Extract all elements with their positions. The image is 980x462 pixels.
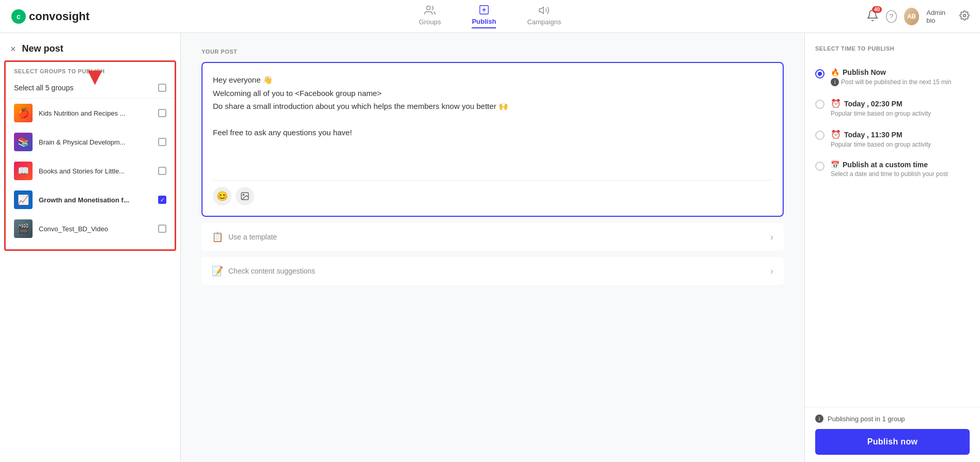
group-thumb-books: 📖 (14, 162, 33, 180)
suggestions-chevron: › (770, 266, 773, 277)
nav-campaigns-label: Campaigns (527, 18, 561, 26)
settings-button[interactable] (959, 10, 970, 23)
group-checkbox-kids[interactable] (158, 109, 166, 117)
svg-point-9 (243, 194, 244, 195)
your-post-label: YOUR POST (201, 49, 784, 55)
group-item-books[interactable]: 📖 Books and Stories for Little... (6, 156, 175, 185)
group-thumb-kids: 🍎 (14, 104, 33, 122)
nav-right: 40 ? AB Admin bio (866, 8, 970, 25)
nav-groups[interactable]: Groups (419, 5, 441, 28)
svg-marker-6 (539, 7, 543, 14)
today-230-title: ⏰ Today , 02:30 PM (831, 99, 970, 108)
group-thumb-convo: 🎬 (14, 219, 33, 238)
nav-publish[interactable]: Publish (472, 4, 496, 28)
group-name-growth: Growth and Monetisation f... (39, 196, 152, 204)
svg-point-7 (963, 14, 966, 17)
publishing-info-icon: i (815, 415, 823, 423)
group-name-convo: Convo_Test_BD_Video (39, 225, 152, 233)
group-item-growth[interactable]: 📈 Growth and Monetisation f... (6, 185, 175, 214)
radio-today-1130[interactable] (815, 131, 825, 140)
settings-icon (959, 10, 970, 21)
svg-text:c: c (17, 12, 21, 21)
right-panel: SELECT TIME TO PUBLISH 🔥 Publish Now i P… (804, 33, 980, 462)
time-option-custom[interactable]: 📅 Publish at a custom time Select a date… (815, 154, 970, 184)
nav-campaigns[interactable]: Campaigns (527, 5, 561, 28)
custom-time-sub: Select a date and time to publish your p… (831, 170, 970, 178)
center-content: YOUR POST Hey everyone 👋 Welcoming all o… (181, 33, 804, 462)
notification-badge: 40 (872, 6, 882, 13)
logo[interactable]: c convosight (10, 8, 114, 25)
image-icon (240, 192, 250, 201)
publishing-info-text: Publishing post in 1 group (828, 415, 905, 423)
group-name-brain: Brain & Physical Developm... (39, 138, 152, 146)
right-panel-content: SELECT TIME TO PUBLISH 🔥 Publish Now i P… (805, 33, 980, 407)
top-nav: c convosight Groups Publish (0, 0, 980, 33)
logo-icon: c (10, 8, 27, 25)
groups-icon (424, 5, 435, 16)
template-icon: 📋 (212, 231, 223, 243)
suggestions-icon: 📝 (212, 265, 223, 277)
today-230-sub: Popular time based on group activity (831, 110, 970, 117)
select-all-label: Select all 5 groups (14, 84, 73, 92)
group-checkbox-books[interactable] (158, 167, 166, 175)
nav-groups-label: Groups (419, 18, 441, 26)
template-row[interactable]: 📋 Use a template › (201, 223, 784, 251)
custom-time-title: 📅 Publish at a custom time (831, 161, 970, 169)
group-thumb-growth: 📈 (14, 190, 33, 209)
time-option-today-230[interactable]: ⏰ Today , 02:30 PM Popular time based on… (815, 92, 970, 123)
new-post-title: New post (22, 43, 64, 54)
notifications-button[interactable]: 40 (866, 9, 879, 24)
logo-text: convosight (29, 10, 89, 23)
emoji-button[interactable]: 😊 (213, 187, 231, 205)
radio-custom[interactable] (815, 162, 825, 171)
today-1130-sub: Popular time based on group activity (831, 141, 970, 148)
nav-center: Groups Publish Campaigns (114, 4, 866, 28)
image-button[interactable] (236, 187, 254, 205)
suggestions-label: Check content suggestions (228, 267, 315, 275)
close-button[interactable]: × (10, 44, 16, 54)
avatar[interactable]: AB (904, 8, 919, 25)
group-checkbox-brain[interactable] (158, 138, 166, 146)
group-item-convo[interactable]: 🎬 Convo_Test_BD_Video (6, 214, 175, 243)
svg-point-2 (427, 6, 430, 10)
publishing-info: i Publishing post in 1 group (815, 415, 970, 423)
today-1130-title: ⏰ Today , 11:30 PM (831, 130, 970, 139)
group-item-brain[interactable]: 📚 Brain & Physical Developm... (6, 128, 175, 156)
main-layout: × New post ▼ SELECT GROUPS TO PUBLISH Se… (0, 33, 980, 462)
select-all-row[interactable]: Select all 5 groups (6, 79, 175, 99)
group-name-books: Books and Stories for Little... (39, 167, 152, 175)
radio-today-230[interactable] (815, 100, 825, 109)
nav-publish-label: Publish (472, 18, 496, 25)
post-editor[interactable]: Hey everyone 👋 Welcoming all of you to <… (201, 62, 784, 217)
left-sidebar: × New post ▼ SELECT GROUPS TO PUBLISH Se… (0, 33, 181, 462)
group-checkbox-growth[interactable] (158, 196, 166, 204)
publish-icon (478, 4, 490, 15)
group-name-kids: Kids Nutrition and Recipes ... (39, 109, 152, 117)
suggestions-row[interactable]: 📝 Check content suggestions › (201, 257, 784, 285)
select-all-checkbox[interactable] (158, 84, 166, 92)
right-panel-footer: i Publishing post in 1 group Publish now (805, 407, 980, 462)
template-chevron: › (770, 232, 773, 243)
admin-label: Admin bio (926, 9, 952, 24)
groups-panel: SELECT GROUPS TO PUBLISH Select all 5 gr… (4, 60, 176, 251)
sidebar-header: × New post (0, 33, 180, 60)
post-text[interactable]: Hey everyone 👋 Welcoming all of you to <… (213, 73, 772, 172)
post-toolbar: 😊 (213, 180, 772, 205)
radio-publish-now[interactable] (815, 69, 825, 78)
publish-now-sub: i Post will be published in the next 15 … (831, 78, 970, 86)
groups-section-label: SELECT GROUPS TO PUBLISH (6, 68, 175, 79)
time-section-label: SELECT TIME TO PUBLISH (815, 45, 970, 52)
group-checkbox-convo[interactable] (158, 225, 166, 233)
publish-now-title: 🔥 Publish Now (831, 68, 970, 76)
info-icon: i (831, 78, 839, 86)
group-item-kids[interactable]: 🍎 Kids Nutrition and Recipes ... (6, 99, 175, 128)
group-thumb-brain: 📚 (14, 133, 33, 151)
template-label: Use a template (228, 233, 277, 241)
time-option-publish-now[interactable]: 🔥 Publish Now i Post will be published i… (815, 62, 970, 92)
time-option-today-1130[interactable]: ⏰ Today , 11:30 PM Popular time based on… (815, 123, 970, 154)
help-button[interactable]: ? (886, 10, 897, 23)
publish-now-button[interactable]: Publish now (815, 429, 970, 455)
campaigns-icon (538, 5, 550, 16)
